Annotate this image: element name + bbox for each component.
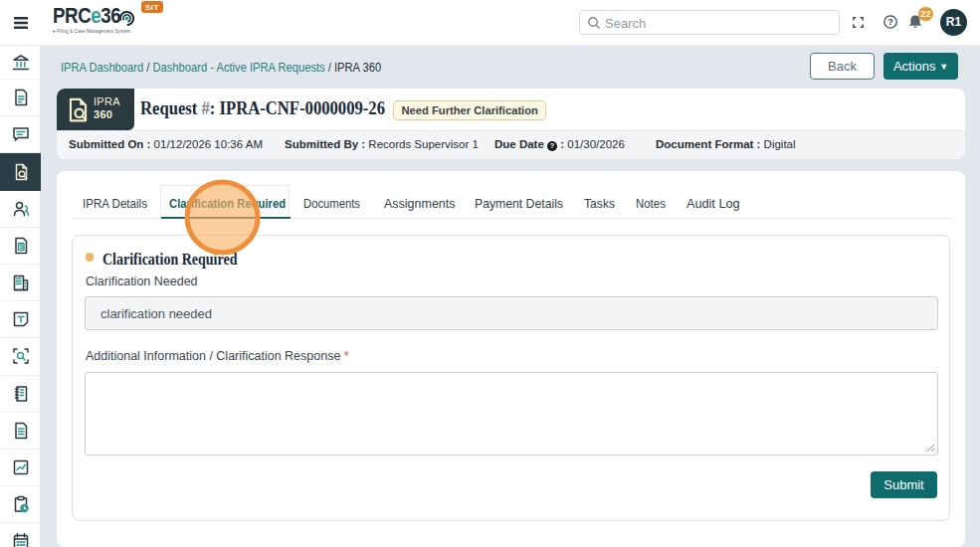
svg-text:?: ? <box>887 17 893 27</box>
